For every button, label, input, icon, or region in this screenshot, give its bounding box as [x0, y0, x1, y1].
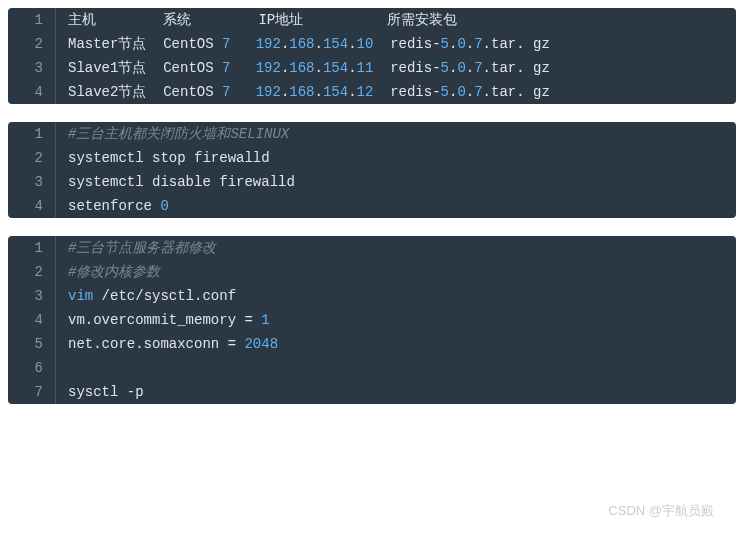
code-line: 7sysctl -p — [8, 380, 736, 404]
code-line: 4vm.overcommit_memory = 1 — [8, 308, 736, 332]
line-number: 2 — [8, 146, 56, 170]
token — [230, 60, 255, 76]
token: 2048 — [244, 336, 278, 352]
line-number: 1 — [8, 122, 56, 146]
token: 0 — [457, 60, 465, 76]
token: redis- — [373, 84, 440, 100]
token — [253, 312, 261, 328]
token: = — [244, 312, 252, 328]
code-content: #三台主机都关闭防火墙和SELINUX — [56, 122, 736, 146]
line-number: 4 — [8, 308, 56, 332]
token: 192 — [256, 60, 281, 76]
line-number: 3 — [8, 56, 56, 80]
token: 7 — [474, 60, 482, 76]
token: #三台节点服务器都修改 — [68, 240, 216, 256]
token: Slave1节点 CentOS — [68, 60, 222, 76]
code-content: vm.overcommit_memory = 1 — [56, 308, 736, 332]
token — [230, 84, 255, 100]
token: 5 — [441, 84, 449, 100]
code-line: 1#三台节点服务器都修改 — [8, 236, 736, 260]
token: .tar. gz — [483, 36, 550, 52]
token: 192 — [256, 84, 281, 100]
token: net.core.somaxconn — [68, 336, 228, 352]
token: . — [466, 60, 474, 76]
token: 154 — [323, 60, 348, 76]
token: 12 — [357, 84, 374, 100]
token: 7 — [474, 36, 482, 52]
code-content: net.core.somaxconn = 2048 — [56, 332, 736, 356]
code-content: Master节点 CentOS 7 192.168.154.10 redis-5… — [56, 32, 736, 56]
code-line: 3vim /etc/sysctl.conf — [8, 284, 736, 308]
token: . — [466, 84, 474, 100]
token: . — [348, 36, 356, 52]
line-number: 4 — [8, 80, 56, 104]
token: 5 — [441, 36, 449, 52]
token: sysctl -p — [68, 384, 144, 400]
token: setenforce — [68, 198, 160, 214]
token: . — [466, 36, 474, 52]
code-content: setenforce 0 — [56, 194, 736, 218]
token: 0 — [457, 36, 465, 52]
code-content — [56, 356, 736, 380]
token: 168 — [289, 84, 314, 100]
token: .tar. gz — [483, 60, 550, 76]
token: 7 — [474, 84, 482, 100]
code-content: systemctl stop firewalld — [56, 146, 736, 170]
token: = — [228, 336, 236, 352]
code-line: 2systemctl stop firewalld — [8, 146, 736, 170]
token: systemctl disable firewalld — [68, 174, 295, 190]
token: . — [315, 84, 323, 100]
code-line: 2#修改内核参数 — [8, 260, 736, 284]
code-block-2: 1#三台主机都关闭防火墙和SELINUX2systemctl stop fire… — [8, 122, 736, 218]
line-number: 2 — [8, 260, 56, 284]
code-content: systemctl disable firewalld — [56, 170, 736, 194]
token: redis- — [373, 36, 440, 52]
code-content: #三台节点服务器都修改 — [56, 236, 736, 260]
token: 主机 系统 IP地址 所需安装包 — [68, 12, 457, 28]
line-number: 3 — [8, 170, 56, 194]
token: 0 — [457, 84, 465, 100]
code-block-3: 1#三台节点服务器都修改2#修改内核参数3vim /etc/sysctl.con… — [8, 236, 736, 404]
code-line: 6 — [8, 356, 736, 380]
code-line: 5net.core.somaxconn = 2048 — [8, 332, 736, 356]
token: Master节点 CentOS — [68, 36, 222, 52]
token: /etc/sysctl.conf — [93, 288, 236, 304]
token: systemctl stop firewalld — [68, 150, 270, 166]
line-number: 3 — [8, 284, 56, 308]
code-content: Slave2节点 CentOS 7 192.168.154.12 redis-5… — [56, 80, 736, 104]
code-content: Slave1节点 CentOS 7 192.168.154.11 redis-5… — [56, 56, 736, 80]
token: 10 — [357, 36, 374, 52]
line-number: 1 — [8, 236, 56, 260]
line-number: 6 — [8, 356, 56, 380]
code-content: vim /etc/sysctl.conf — [56, 284, 736, 308]
token: #三台主机都关闭防火墙和SELINUX — [68, 126, 289, 142]
code-line: 3Slave1节点 CentOS 7 192.168.154.11 redis-… — [8, 56, 736, 80]
token: 168 — [289, 36, 314, 52]
token: 154 — [323, 84, 348, 100]
token: vim — [68, 288, 93, 304]
code-line: 3systemctl disable firewalld — [8, 170, 736, 194]
token: .tar. gz — [483, 84, 550, 100]
code-line: 1#三台主机都关闭防火墙和SELINUX — [8, 122, 736, 146]
code-line: 4Slave2节点 CentOS 7 192.168.154.12 redis-… — [8, 80, 736, 104]
line-number: 2 — [8, 32, 56, 56]
token: . — [315, 36, 323, 52]
code-content: sysctl -p — [56, 380, 736, 404]
token: 5 — [441, 60, 449, 76]
token: 168 — [289, 60, 314, 76]
token: 1 — [261, 312, 269, 328]
token: 11 — [357, 60, 374, 76]
token: 192 — [256, 36, 281, 52]
token: Slave2节点 CentOS — [68, 84, 222, 100]
token: . — [348, 84, 356, 100]
line-number: 1 — [8, 8, 56, 32]
token: 0 — [160, 198, 168, 214]
token: #修改内核参数 — [68, 264, 160, 280]
code-content: 主机 系统 IP地址 所需安装包 — [56, 8, 736, 32]
code-line: 2Master节点 CentOS 7 192.168.154.10 redis-… — [8, 32, 736, 56]
line-number: 7 — [8, 380, 56, 404]
token: redis- — [373, 60, 440, 76]
line-number: 5 — [8, 332, 56, 356]
token: . — [348, 60, 356, 76]
token: 154 — [323, 36, 348, 52]
